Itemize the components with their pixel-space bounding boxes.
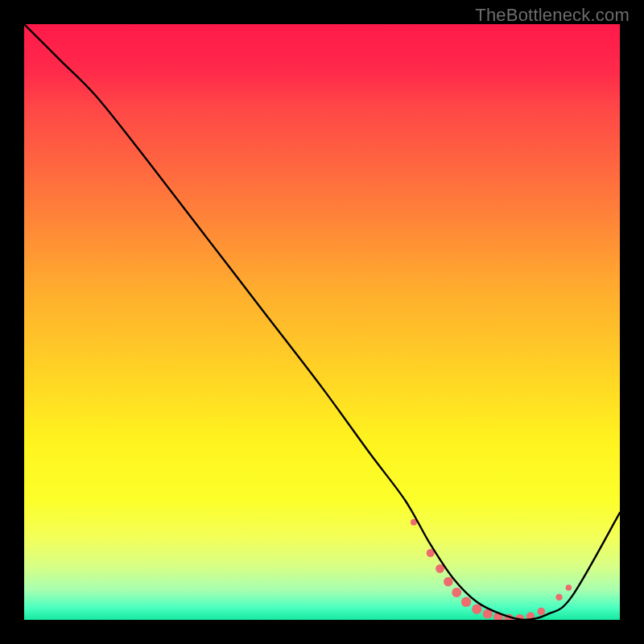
data-marker <box>444 577 453 587</box>
data-marker <box>555 594 562 601</box>
data-marker <box>452 588 461 597</box>
data-marker <box>566 584 572 591</box>
data-marker <box>538 608 546 616</box>
watermark-text: TheBottleneck.com <box>475 5 630 26</box>
markers-group <box>411 519 572 620</box>
curve-line <box>24 24 620 620</box>
data-marker <box>461 597 471 607</box>
chart-svg <box>24 24 620 620</box>
plot-area <box>24 24 620 620</box>
data-marker <box>472 604 481 613</box>
